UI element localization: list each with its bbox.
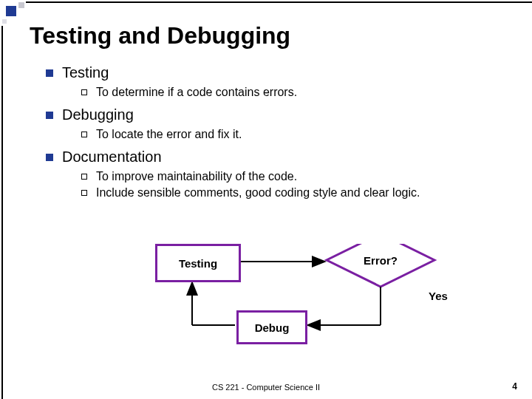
- flow-box-debug: Debug: [236, 310, 307, 344]
- flow-yes-label: Yes: [429, 290, 448, 302]
- slide-title: Testing and Debugging: [30, 22, 517, 50]
- sub-bullet: To locate the error and fix it.: [81, 128, 517, 141]
- bullet-label: Testing: [62, 64, 109, 81]
- flow-diamond-label: Error?: [325, 231, 436, 290]
- sub-list: To improve maintainability of the code. …: [62, 170, 517, 200]
- corner-square-small: [18, 2, 24, 8]
- bullet-label: Documentation: [62, 149, 162, 165]
- flow-box-label: Debug: [255, 321, 290, 334]
- flow-box-testing: Testing: [155, 244, 241, 282]
- rule-left: [1, 26, 3, 399]
- corner-square-big: [6, 6, 16, 16]
- sub-list: To locate the error and fix it.: [62, 128, 517, 141]
- flow-diamond-error: Error?: [325, 231, 436, 290]
- bullet-list: Testing To determine if a code contains …: [30, 64, 517, 200]
- bullet-testing: Testing To determine if a code contains …: [46, 64, 517, 99]
- bullet-label: Debugging: [62, 106, 134, 123]
- slide-body: Testing and Debugging Testing To determi…: [30, 22, 517, 207]
- sub-bullet: To determine if a code contains errors.: [81, 86, 517, 99]
- rule-top: [26, 1, 532, 3]
- sub-bullet: To improve maintainability of the code.: [81, 170, 517, 183]
- flow-box-label: Testing: [179, 257, 217, 270]
- bullet-debugging: Debugging To locate the error and fix it…: [46, 106, 517, 141]
- bullet-documentation: Documentation To improve maintainability…: [46, 149, 517, 200]
- corner-square-tiny: [2, 19, 7, 24]
- flow-diagram: Testing Error? Yes Debug: [30, 244, 502, 362]
- sub-list: To determine if a code contains errors.: [62, 86, 517, 99]
- sub-bullet: Include sensible comments, good coding s…: [81, 186, 517, 200]
- page-number: 4: [512, 381, 517, 392]
- footer-text: CS 221 - Computer Science II: [0, 383, 532, 392]
